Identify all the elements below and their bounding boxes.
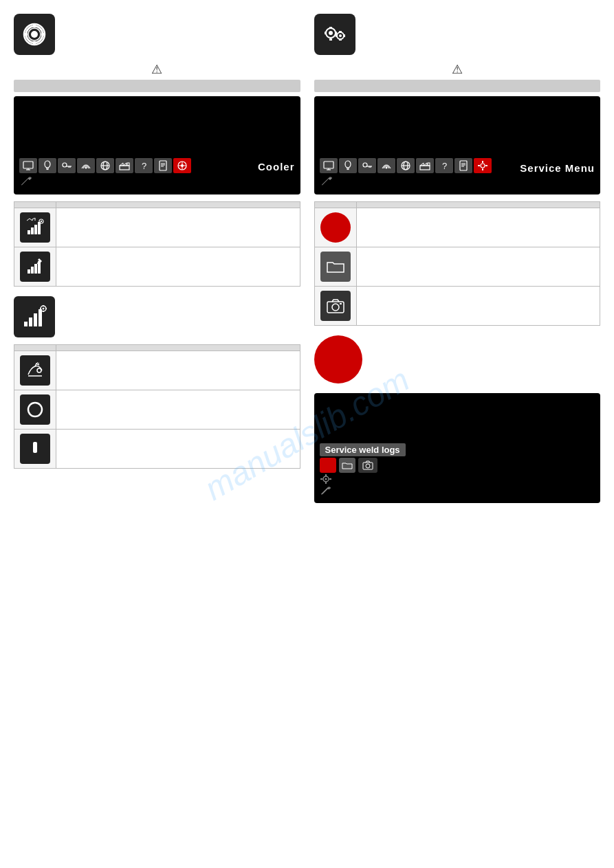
svg-rect-68 [325,32,327,34]
toolbar-key-icon[interactable] [58,158,76,173]
table-row [14,208,300,247]
svg-point-11 [45,161,50,168]
left-screen-content [19,102,295,157]
left-toolbar: ? [19,158,295,173]
svg-rect-25 [127,163,129,166]
toolbar-key-icon-r[interactable] [358,158,376,173]
bottom-gear-icon [320,474,332,485]
toolbar-monitor-icon-r[interactable] [320,158,338,173]
bottom-wrench-row [320,486,333,498]
table1-row2-icon [14,247,56,287]
table-row [14,351,300,390]
svg-rect-104 [340,303,342,304]
svg-point-80 [363,163,367,167]
weld-icon [20,355,50,386]
bottom-red-icon[interactable] [320,458,336,473]
svg-rect-91 [428,163,430,166]
rtable1-row3-icon [314,287,356,326]
bottom-gear-row [320,474,332,487]
left-warning-icon: ⚠ [151,62,162,77]
right-feature-table-1 [314,201,601,326]
rtable1-row2-icon [314,247,356,287]
svg-point-34 [181,164,184,167]
table-row [14,430,300,469]
right-warning-icon: ⚠ [452,62,463,77]
bottom-folder-svg-icon [342,460,353,471]
svg-rect-99 [482,168,483,170]
table-row [314,247,600,287]
svg-point-18 [85,167,87,169]
svg-rect-44 [38,261,41,274]
left-top-icon [14,14,55,55]
rtable1-row2-desc [356,247,600,287]
toolbar-globe-icon[interactable] [96,158,114,173]
table1-row2-desc [56,247,300,287]
big-red-circle [314,335,362,383]
toolbar-globe-icon-r[interactable] [397,158,415,173]
power-button-icon [25,439,45,458]
left-wrench-row [19,176,295,189]
table2-row1-icon [14,351,56,390]
right-gray-bar [314,80,601,92]
right-screen-content [320,102,595,157]
toolbar-lightbulb-icon[interactable] [39,158,56,173]
toolbar-lightbulb-icon-r[interactable] [339,158,357,173]
folder-icon [320,252,351,282]
toolbar-question-icon[interactable]: ? [135,158,153,173]
left-column: ⚠ Cooler [14,14,307,503]
svg-point-77 [345,161,351,168]
toolbar-cooler-icon[interactable] [173,158,191,173]
svg-rect-110 [325,482,327,484]
right-warning-row: ⚠ [314,62,601,77]
svg-marker-90 [424,163,427,166]
svg-rect-36 [31,227,34,234]
page-container: ⚠ Cooler [0,0,614,517]
svg-marker-24 [123,163,127,166]
toolbar-monitor-icon[interactable] [19,158,37,173]
toolbar-factory-icon[interactable] [116,158,133,173]
table1-desc-header [56,202,300,208]
circle-o-icon [20,394,50,425]
power-icon [20,434,50,464]
right-screen-label: Service Menu [520,162,595,174]
left-wrench-icon [19,176,33,187]
bottom-wrench-icon [320,486,333,496]
right-wrench-row [320,176,595,189]
svg-point-65 [339,34,342,37]
svg-marker-23 [120,163,123,166]
bottom-screen-toolbar [320,458,377,473]
table-row [14,390,300,430]
bottom-folder-icon[interactable] [339,458,355,473]
svg-point-1 [31,31,38,38]
weld-process-icon [25,361,45,380]
svg-rect-27 [160,161,166,170]
table2-icon-header [14,345,56,351]
bottom-screen-label: Service weld logs [320,443,406,456]
toolbar-factory-icon-r[interactable] [416,158,434,173]
svg-rect-72 [336,34,337,37]
bottom-camera-icon[interactable] [358,458,377,473]
toolbar-document-icon-r[interactable] [454,158,472,173]
svg-point-108 [325,478,327,480]
svg-rect-22 [120,166,129,170]
toolbar-document-icon[interactable] [154,158,172,173]
toolbar-signal-icon[interactable] [77,158,95,173]
svg-point-51 [43,308,45,310]
toolbar-question-icon-r[interactable]: ? [435,158,453,173]
left-mid-icon [14,296,55,337]
right-screen-panel: Service Menu [314,96,601,194]
svg-rect-49 [39,309,42,326]
svg-rect-35 [28,230,30,234]
left-screen-panel: Cooler [14,96,300,194]
left-screen-label: Cooler [258,161,295,173]
rtable1-row3-desc [356,287,600,326]
red-circle-icon [320,212,351,243]
mid-setup-icon [21,304,47,330]
svg-text:?: ? [142,161,146,171]
folder-svg-icon [326,257,345,276]
svg-text:?: ? [442,161,447,171]
svg-rect-37 [34,225,37,234]
toolbar-signal-icon-r[interactable] [377,158,395,173]
left-gray-bar [14,80,300,92]
toolbar-gear-icon-r[interactable] [474,158,492,173]
